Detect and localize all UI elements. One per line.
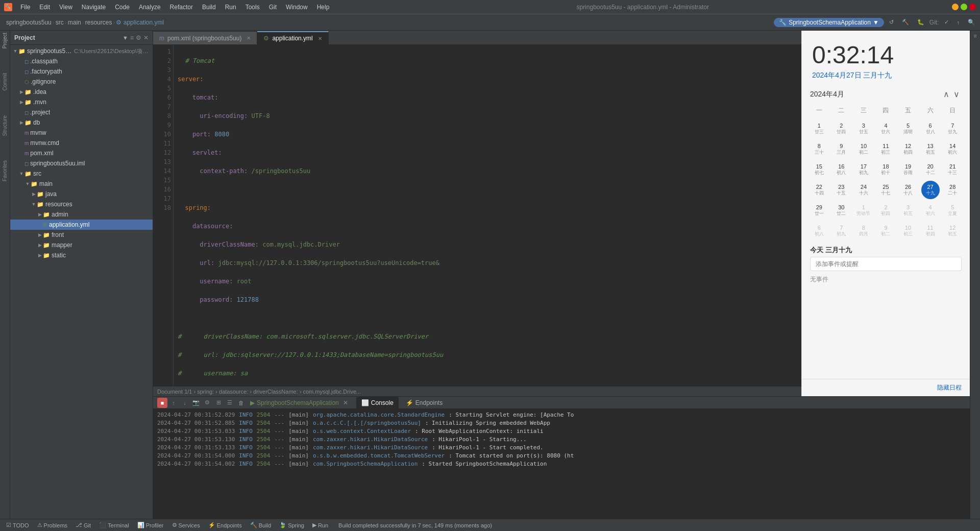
cal-may-3[interactable]: 3初五 [899,201,917,220]
tree-item-gitignore[interactable]: ⬡ .gitignore [10,77,153,87]
cal-9[interactable]: 9三月 [832,140,850,158]
run-config-dropdown[interactable]: 🔧 SpringbootSchemaApplication ▼ [774,18,884,27]
tree-item-pom[interactable]: m pom.xml [10,148,153,158]
menu-analyze[interactable]: Analyze [135,3,165,12]
tree-item-java[interactable]: ▶ 📁 java [10,189,153,199]
project-icon[interactable]: Project [2,33,8,49]
cal-29[interactable]: 29廿一 [810,201,828,220]
breadcrumb-resources[interactable]: resources [85,19,112,26]
tree-scrollbar[interactable] [10,262,153,267]
menu-view[interactable]: View [55,3,77,12]
menu-edit[interactable]: Edit [35,3,54,12]
cal-28[interactable]: 28二十 [943,181,962,199]
cal-10[interactable]: 10初二 [854,140,873,158]
cal-may-9[interactable]: 9初二 [876,222,895,240]
collapse-all-icon[interactable]: ≡ [130,34,134,41]
commit-icon[interactable]: Commit [2,73,8,90]
cal-4[interactable]: 4廿六 [876,119,895,138]
cal-17[interactable]: 17初九 [854,160,873,179]
refresh-button[interactable]: ↺ [886,16,897,29]
cal-may-2[interactable]: 2初四 [876,201,895,220]
todo-status[interactable]: ☑ TODO [4,519,31,532]
problems-status[interactable]: ⚠ Problems [35,519,69,532]
services-status[interactable]: ⚙ Services [170,519,202,532]
cal-21[interactable]: 21十三 [943,160,962,179]
cal-24[interactable]: 24十六 [854,181,873,199]
calendar-next-button[interactable]: ∨ [951,88,962,100]
cal-12[interactable]: 12初四 [899,140,917,158]
minimize-button[interactable] [952,4,959,10]
calendar-prev-button[interactable]: ∧ [941,88,951,100]
cal-may-1[interactable]: 1劳动节 [854,201,873,220]
tree-item-project[interactable]: ◻ .project [10,107,153,117]
tree-item-resources[interactable]: ▼ 📁 resources [10,199,153,209]
terminal-status[interactable]: ⬛ Terminal [97,519,131,532]
tree-item-factorypath[interactable]: ◻ .factorypath [10,66,153,77]
breadcrumb-main[interactable]: main [68,19,81,26]
run-close-button[interactable]: ✕ [343,399,348,406]
cal-may-4[interactable]: 4初六 [921,201,940,220]
breadcrumb-root[interactable]: springbootus5uu [6,19,52,26]
debug-button[interactable]: 🐛 [914,16,927,29]
tree-item-idea[interactable]: ▶ 📁 .idea [10,87,153,97]
tree-item-root[interactable]: ▼ 📁 springbootus5uu C:\Users\22612\Deskt… [10,46,153,56]
structure-icon[interactable]: Structure [2,115,8,136]
cal-may-12[interactable]: 12初五 [943,222,962,240]
search-button[interactable]: 🔍 [965,16,978,29]
right-icon-1[interactable]: ≡ [973,33,976,39]
endpoints-status[interactable]: ⚡ Endpoints [206,519,244,532]
tree-item-main[interactable]: ▼ 📁 main [10,179,153,189]
cal-may-5[interactable]: 5立夏 [943,201,962,220]
cal-18[interactable]: 18初十 [876,160,895,179]
cal-27-today[interactable]: 27十九 [921,181,940,199]
cal-22[interactable]: 22十四 [810,181,828,199]
endpoints-tab[interactable]: ⚡ Endpoints [401,397,448,409]
close-panel-icon[interactable]: ✕ [143,34,149,41]
tree-item-classpath[interactable]: ◻ .classpath [10,56,153,66]
tree-item-admin[interactable]: ▶ 📁 admin [10,209,153,220]
menu-navigate[interactable]: Navigate [78,3,110,12]
menu-window[interactable]: Window [282,3,312,12]
trash-button[interactable]: 🗑 [236,398,246,408]
git-push[interactable]: ↑ [954,16,963,29]
build-button[interactable]: 🔨 [899,16,912,29]
cal-25[interactable]: 25十七 [876,181,895,199]
tab-pom-close[interactable]: ✕ [247,35,251,41]
cal-30[interactable]: 30廿二 [832,201,850,220]
cal-3[interactable]: 3廿五 [854,119,873,138]
cal-15[interactable]: 15初七 [810,160,828,179]
cal-16[interactable]: 16初八 [832,160,850,179]
maximize-button[interactable] [961,4,967,10]
settings-icon[interactable]: ⚙ [136,34,141,41]
cal-may-6[interactable]: 6初八 [810,222,828,240]
cal-14[interactable]: 14初六 [943,140,962,158]
cal-may-11[interactable]: 11初四 [921,222,940,240]
tree-item-mvnw[interactable]: m mvnw [10,128,153,138]
cal-19[interactable]: 19谷雨 [899,160,917,179]
stop-button[interactable]: ■ [157,398,167,408]
add-event-input[interactable] [810,257,962,271]
tree-item-mvnwcmd[interactable]: m mvnw.cmd [10,138,153,148]
tree-item-db[interactable]: ▶ 📁 db [10,117,153,128]
cal-20[interactable]: 20十二 [921,160,940,179]
breadcrumb-file[interactable]: ⚙ application.yml [116,19,164,26]
tree-item-application-yml[interactable]: ⚙ application.yml [10,220,153,230]
code-editor[interactable]: # Tomcat server: tomcat: uri-encoding: U… [174,45,801,386]
scroll-up-button[interactable]: ↑ [168,398,179,408]
cal-26[interactable]: 26十八 [899,181,917,199]
cal-13[interactable]: 13初五 [921,140,940,158]
git-status[interactable]: ⎇ Git [74,519,93,532]
breadcrumb-src[interactable]: src [56,19,64,26]
tab-pom-xml[interactable]: m pom.xml (springbootus5uu) ✕ [153,31,257,44]
menu-refactor[interactable]: Refactor [166,3,197,12]
menu-tools[interactable]: Tools [241,3,264,12]
cal-6[interactable]: 6廿八 [921,119,940,138]
tab-yml-close[interactable]: ✕ [318,36,322,41]
menu-run[interactable]: Run [221,3,240,12]
console-tab[interactable]: ⬜ Console [356,397,399,409]
menu-code[interactable]: Code [111,3,134,12]
favorites-icon[interactable]: Favorites [2,160,8,181]
cal-may-8[interactable]: 8四月 [854,222,873,240]
close-button[interactable] [969,4,976,10]
git-commit[interactable]: ✓ [941,16,952,29]
